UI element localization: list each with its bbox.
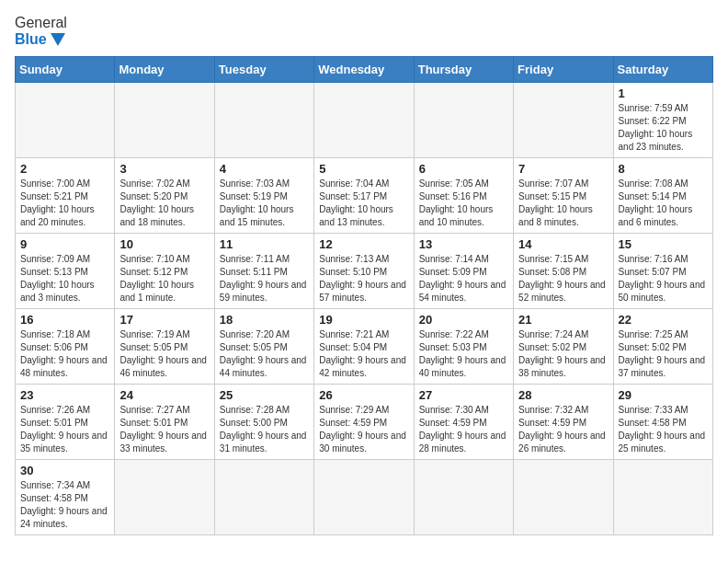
day-number: 4 <box>220 162 309 176</box>
day-header-monday: Monday <box>115 57 214 83</box>
calendar-day: 6Sunrise: 7:05 AM Sunset: 5:16 PM Daylig… <box>414 158 513 234</box>
day-info: Sunrise: 7:07 AM Sunset: 5:15 PM Dayligh… <box>518 178 608 229</box>
day-info: Sunrise: 7:21 AM Sunset: 5:04 PM Dayligh… <box>319 328 408 380</box>
day-number: 10 <box>119 237 209 251</box>
day-header-saturday: Saturday <box>613 57 712 83</box>
day-number: 26 <box>319 388 408 402</box>
day-info: Sunrise: 7:32 AM Sunset: 4:59 PM Dayligh… <box>518 404 608 455</box>
calendar-day: 22Sunrise: 7:25 AM Sunset: 5:02 PM Dayli… <box>613 309 712 385</box>
day-info: Sunrise: 7:33 AM Sunset: 4:58 PM Dayligh… <box>619 404 708 455</box>
day-info: Sunrise: 7:26 AM Sunset: 5:01 PM Dayligh… <box>20 404 109 455</box>
calendar-day: 21Sunrise: 7:24 AM Sunset: 5:02 PM Dayli… <box>514 309 613 385</box>
calendar-day <box>115 83 214 158</box>
day-info: Sunrise: 7:13 AM Sunset: 5:10 PM Dayligh… <box>319 253 408 304</box>
svg-marker-0 <box>51 33 65 46</box>
day-info: Sunrise: 7:16 AM Sunset: 5:07 PM Dayligh… <box>619 253 708 304</box>
day-number: 24 <box>119 388 209 402</box>
day-info: Sunrise: 7:04 AM Sunset: 5:17 PM Dayligh… <box>319 178 408 229</box>
day-info: Sunrise: 7:29 AM Sunset: 4:59 PM Dayligh… <box>319 404 408 455</box>
calendar-day <box>314 83 414 158</box>
calendar-week-3: 9Sunrise: 7:09 AM Sunset: 5:13 PM Daylig… <box>16 234 713 309</box>
day-info: Sunrise: 7:10 AM Sunset: 5:12 PM Dayligh… <box>119 253 209 304</box>
day-number: 21 <box>518 313 608 327</box>
day-info: Sunrise: 7:59 AM Sunset: 6:22 PM Dayligh… <box>619 102 708 154</box>
calendar-day: 9Sunrise: 7:09 AM Sunset: 5:13 PM Daylig… <box>16 234 115 309</box>
day-number: 25 <box>220 388 309 402</box>
day-number: 13 <box>419 237 508 251</box>
day-info: Sunrise: 7:19 AM Sunset: 5:05 PM Dayligh… <box>119 328 209 380</box>
calendar-day: 29Sunrise: 7:33 AM Sunset: 4:58 PM Dayli… <box>613 385 712 460</box>
calendar-day: 1Sunrise: 7:59 AM Sunset: 6:22 PM Daylig… <box>613 83 712 158</box>
day-header-wednesday: Wednesday <box>314 57 414 83</box>
header: General Blue <box>15 15 713 47</box>
calendar-day <box>214 83 313 158</box>
calendar-day <box>214 460 313 535</box>
calendar-day <box>514 460 613 535</box>
day-header-sunday: Sunday <box>16 57 115 83</box>
day-number: 3 <box>119 162 209 176</box>
day-number: 2 <box>20 162 109 176</box>
day-info: Sunrise: 7:30 AM Sunset: 4:59 PM Dayligh… <box>419 404 508 455</box>
calendar-day: 25Sunrise: 7:28 AM Sunset: 5:00 PM Dayli… <box>214 385 313 460</box>
day-number: 12 <box>319 237 408 251</box>
day-number: 20 <box>419 313 508 327</box>
calendar-day: 19Sunrise: 7:21 AM Sunset: 5:04 PM Dayli… <box>314 309 414 385</box>
day-number: 30 <box>20 464 109 477</box>
day-info: Sunrise: 7:02 AM Sunset: 5:20 PM Dayligh… <box>119 178 209 229</box>
day-number: 16 <box>20 313 109 327</box>
day-info: Sunrise: 7:18 AM Sunset: 5:06 PM Dayligh… <box>20 328 109 380</box>
calendar-week-1: 1Sunrise: 7:59 AM Sunset: 6:22 PM Daylig… <box>16 83 713 158</box>
day-info: Sunrise: 7:34 AM Sunset: 4:58 PM Dayligh… <box>20 479 109 531</box>
day-info: Sunrise: 7:14 AM Sunset: 5:09 PM Dayligh… <box>419 253 508 304</box>
calendar-day <box>514 83 613 158</box>
calendar-day: 24Sunrise: 7:27 AM Sunset: 5:01 PM Dayli… <box>115 385 214 460</box>
calendar-day: 3Sunrise: 7:02 AM Sunset: 5:20 PM Daylig… <box>115 158 214 234</box>
calendar-header-row: SundayMondayTuesdayWednesdayThursdayFrid… <box>16 57 713 83</box>
calendar-day: 26Sunrise: 7:29 AM Sunset: 4:59 PM Dayli… <box>314 385 414 460</box>
day-number: 18 <box>220 313 309 327</box>
calendar-day: 4Sunrise: 7:03 AM Sunset: 5:19 PM Daylig… <box>214 158 313 234</box>
calendar-day: 11Sunrise: 7:11 AM Sunset: 5:11 PM Dayli… <box>214 234 313 309</box>
calendar-day <box>16 83 115 158</box>
calendar-week-4: 16Sunrise: 7:18 AM Sunset: 5:06 PM Dayli… <box>16 309 713 385</box>
calendar-day: 16Sunrise: 7:18 AM Sunset: 5:06 PM Dayli… <box>16 309 115 385</box>
day-number: 23 <box>20 388 109 402</box>
calendar-day: 12Sunrise: 7:13 AM Sunset: 5:10 PM Dayli… <box>314 234 414 309</box>
calendar: SundayMondayTuesdayWednesdayThursdayFrid… <box>15 56 713 535</box>
day-info: Sunrise: 7:00 AM Sunset: 5:21 PM Dayligh… <box>20 178 109 229</box>
calendar-day: 7Sunrise: 7:07 AM Sunset: 5:15 PM Daylig… <box>514 158 613 234</box>
calendar-week-5: 23Sunrise: 7:26 AM Sunset: 5:01 PM Dayli… <box>16 385 713 460</box>
day-number: 29 <box>619 388 708 402</box>
day-number: 9 <box>20 237 109 251</box>
calendar-day: 2Sunrise: 7:00 AM Sunset: 5:21 PM Daylig… <box>16 158 115 234</box>
calendar-day: 18Sunrise: 7:20 AM Sunset: 5:05 PM Dayli… <box>214 309 313 385</box>
day-header-thursday: Thursday <box>414 57 513 83</box>
day-header-tuesday: Tuesday <box>214 57 313 83</box>
day-number: 22 <box>619 313 708 327</box>
calendar-day: 27Sunrise: 7:30 AM Sunset: 4:59 PM Dayli… <box>414 385 513 460</box>
calendar-day: 14Sunrise: 7:15 AM Sunset: 5:08 PM Dayli… <box>514 234 613 309</box>
logo-triangle-icon <box>51 33 65 46</box>
calendar-day: 20Sunrise: 7:22 AM Sunset: 5:03 PM Dayli… <box>414 309 513 385</box>
calendar-day: 17Sunrise: 7:19 AM Sunset: 5:05 PM Dayli… <box>115 309 214 385</box>
day-info: Sunrise: 7:27 AM Sunset: 5:01 PM Dayligh… <box>119 404 209 455</box>
day-number: 1 <box>619 86 708 100</box>
day-number: 6 <box>419 162 508 176</box>
day-info: Sunrise: 7:20 AM Sunset: 5:05 PM Dayligh… <box>220 328 309 380</box>
calendar-day: 8Sunrise: 7:08 AM Sunset: 5:14 PM Daylig… <box>613 158 712 234</box>
day-info: Sunrise: 7:05 AM Sunset: 5:16 PM Dayligh… <box>419 178 508 229</box>
day-number: 28 <box>518 388 608 402</box>
day-number: 17 <box>119 313 209 327</box>
calendar-day: 15Sunrise: 7:16 AM Sunset: 5:07 PM Dayli… <box>613 234 712 309</box>
calendar-day <box>115 460 214 535</box>
day-info: Sunrise: 7:11 AM Sunset: 5:11 PM Dayligh… <box>220 253 309 304</box>
calendar-day: 30Sunrise: 7:34 AM Sunset: 4:58 PM Dayli… <box>16 460 115 535</box>
day-info: Sunrise: 7:08 AM Sunset: 5:14 PM Dayligh… <box>619 178 708 229</box>
day-header-friday: Friday <box>514 57 613 83</box>
logo-text: General Blue <box>15 15 67 47</box>
day-info: Sunrise: 7:03 AM Sunset: 5:19 PM Dayligh… <box>220 178 309 229</box>
calendar-day: 23Sunrise: 7:26 AM Sunset: 5:01 PM Dayli… <box>16 385 115 460</box>
calendar-day: 10Sunrise: 7:10 AM Sunset: 5:12 PM Dayli… <box>115 234 214 309</box>
day-info: Sunrise: 7:25 AM Sunset: 5:02 PM Dayligh… <box>619 328 708 380</box>
calendar-day: 5Sunrise: 7:04 AM Sunset: 5:17 PM Daylig… <box>314 158 414 234</box>
